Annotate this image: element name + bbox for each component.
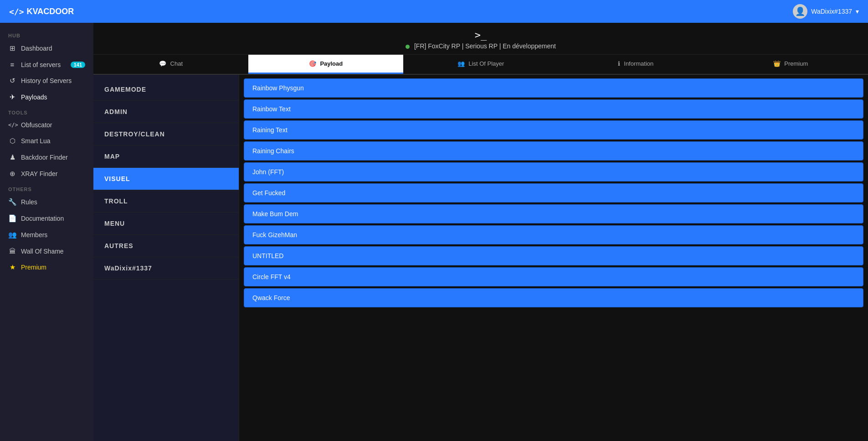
payload-item[interactable]: Circle FFT v4 [244, 267, 863, 286]
user-menu[interactable]: 👤 WaDixix#1337 ▾ [793, 4, 859, 19]
category-destroy-clean[interactable]: DESTROY/CLEAN [93, 123, 239, 145]
sidebar-item-label: Premium [21, 264, 46, 271]
tab-payload-label: Payload [320, 60, 343, 67]
sidebar-item-documentation[interactable]: 📄 Documentation [0, 210, 93, 227]
category-label: WaDixix#1337 [104, 265, 152, 272]
category-troll[interactable]: TROLL [93, 190, 239, 213]
category-label: DESTROY/CLEAN [104, 130, 165, 138]
category-label: ADMIN [104, 108, 128, 115]
tab-information[interactable]: ℹ Information [558, 55, 713, 74]
payload-item[interactable]: Rainbow Physgun [244, 78, 863, 98]
server-header: >_ [FR] FoxCity RP | Serious RP | En dév… [93, 23, 868, 55]
payload-item[interactable]: Raining Chairs [244, 141, 863, 161]
sidebar-item-label: List of servers [21, 61, 61, 68]
category-label: AUTRES [104, 242, 134, 249]
sidebar-item-list-of-servers[interactable]: ≡ List of servers 141 [0, 57, 93, 73]
history-icon: ↺ [8, 77, 16, 85]
tab-premium[interactable]: 👑 Premium [713, 55, 868, 74]
sidebar-item-wall-of-shame[interactable]: 🏛 Wall Of Shame [0, 243, 93, 259]
payloads-icon: ✈ [8, 93, 16, 101]
category-wadixix[interactable]: WaDixix#1337 [93, 257, 239, 280]
terminal-icon: >_ [93, 29, 868, 41]
sidebar-item-xray-finder[interactable]: ⊕ XRAY Finder [0, 166, 93, 182]
sidebar-item-premium[interactable]: ★ Premium [0, 259, 93, 275]
category-autres[interactable]: AUTRES [93, 235, 239, 257]
payload-item[interactable]: Fuck GizehMan [244, 225, 863, 244]
others-section-label: OTHERS [0, 182, 93, 194]
category-visuel[interactable]: VISUEL [93, 168, 239, 190]
player-tab-icon: 👥 [457, 60, 465, 67]
payload-item[interactable]: Rainbow Text [244, 99, 863, 119]
tab-payload[interactable]: 🎯 Payload [248, 55, 403, 74]
avatar: 👤 [793, 4, 807, 19]
category-list: GAMEMODE ADMIN DESTROY/CLEAN MAP VISUEL … [93, 75, 239, 441]
server-name: [FR] FoxCity RP | Serious RP | En dévelo… [93, 42, 868, 50]
sidebar-item-dashboard[interactable]: ⊞ Dashboard [0, 40, 93, 57]
tabs-bar: 💬 Chat 🎯 Payload 👥 List Of Player ℹ Info… [93, 55, 868, 75]
category-menu[interactable]: MENU [93, 213, 239, 235]
sidebar-item-history-of-servers[interactable]: ↺ History of Servers [0, 73, 93, 89]
sidebar-item-obfuscator[interactable]: </> Obfuscator [0, 117, 93, 133]
list-icon: ≡ [8, 61, 16, 68]
sidebar-item-label: Payloads [21, 93, 47, 101]
payload-item[interactable]: John (FFT) [244, 162, 863, 182]
category-label: VISUEL [104, 175, 130, 182]
chevron-down-icon: ▾ [856, 8, 859, 15]
payload-content: GAMEMODE ADMIN DESTROY/CLEAN MAP VISUEL … [93, 75, 868, 441]
premium-tab-icon: 👑 [773, 60, 781, 67]
sidebar-item-rules[interactable]: 🔧 Rules [0, 194, 93, 210]
sidebar-item-label: Smart Lua [21, 137, 51, 145]
tab-chat[interactable]: 💬 Chat [93, 55, 248, 74]
payload-tab-icon: 🎯 [309, 60, 316, 67]
info-tab-icon: ℹ [618, 60, 620, 67]
premium-icon: ★ [8, 263, 16, 271]
payload-item[interactable]: Raining Text [244, 120, 863, 140]
server-count-badge: 141 [71, 62, 85, 68]
username: WaDixix#1337 [811, 8, 852, 15]
brand-name: KVACDOOR [27, 7, 74, 16]
sidebar-item-payloads[interactable]: ✈ Payloads [0, 89, 93, 105]
tab-player-label: List Of Player [468, 60, 504, 67]
sidebar-item-label: Obfuscator [21, 121, 52, 129]
brand-logo[interactable]: </> KVACDOOR [9, 7, 74, 16]
main-content: >_ [FR] FoxCity RP | Serious RP | En dév… [93, 23, 868, 441]
category-map[interactable]: MAP [93, 145, 239, 168]
tools-section-label: TOOLS [0, 105, 93, 117]
category-label: TROLL [104, 197, 128, 205]
navbar: </> KVACDOOR 👤 WaDixix#1337 ▾ [0, 0, 868, 23]
payload-item[interactable]: Make Bum Dem [244, 204, 863, 223]
hub-section-label: HUB [0, 28, 93, 40]
category-label: MAP [104, 153, 120, 160]
sidebar-item-label: Dashboard [21, 45, 52, 52]
wall-of-shame-icon: 🏛 [8, 247, 16, 255]
category-label: MENU [104, 220, 125, 227]
chat-tab-icon: 💬 [159, 60, 166, 67]
xray-icon: ⊕ [8, 170, 16, 178]
sidebar-item-label: Wall Of Shame [21, 248, 64, 255]
sidebar-item-smart-lua[interactable]: ⬡ Smart Lua [0, 133, 93, 149]
docs-icon: 📄 [8, 214, 16, 223]
sidebar-item-label: XRAY Finder [21, 170, 57, 177]
backdoor-icon: ♟ [8, 153, 16, 161]
sidebar-item-label: Members [21, 231, 47, 239]
payload-item[interactable]: UNTITLED [244, 246, 863, 265]
tab-premium-label: Premium [784, 60, 808, 67]
tab-list-of-player[interactable]: 👥 List Of Player [403, 55, 558, 74]
sidebar: HUB ⊞ Dashboard ≡ List of servers 141 ↺ … [0, 23, 93, 441]
sidebar-item-members[interactable]: 👥 Members [0, 227, 93, 243]
sidebar-item-backdoor-finder[interactable]: ♟ Backdoor Finder [0, 149, 93, 166]
payload-list: Rainbow PhysgunRainbow TextRaining TextR… [239, 75, 868, 441]
sidebar-item-label: History of Servers [21, 77, 72, 84]
category-label: GAMEMODE [104, 86, 146, 93]
category-admin[interactable]: ADMIN [93, 101, 239, 123]
payload-item[interactable]: Get Fucked [244, 183, 863, 202]
tab-chat-label: Chat [170, 60, 183, 67]
payload-item[interactable]: Qwack Force [244, 288, 863, 307]
sidebar-item-label: Documentation [21, 215, 64, 222]
rules-icon: 🔧 [8, 198, 16, 206]
sidebar-item-label: Backdoor Finder [21, 154, 68, 161]
category-gamemode[interactable]: GAMEMODE [93, 78, 239, 101]
status-dot [406, 45, 410, 49]
obfuscator-icon: </> [8, 122, 16, 128]
members-icon: 👥 [8, 231, 16, 239]
